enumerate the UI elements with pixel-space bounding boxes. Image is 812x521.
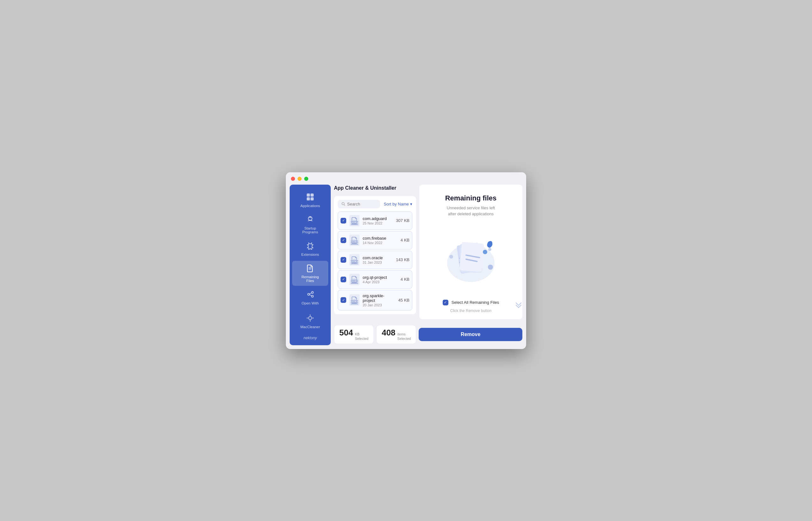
file-item[interactable]: ✓ com.adguard 25 Nov 2022 307 KB <box>338 211 412 230</box>
file-size: 307 KB <box>396 218 409 223</box>
file-item[interactable]: ✓ com.firebase 14 Nov 2022 4 KB <box>338 231 412 249</box>
svg-point-8 <box>312 292 313 293</box>
search-input-wrap[interactable] <box>338 200 380 208</box>
size-number: 504 <box>339 328 353 338</box>
svg-point-7 <box>308 293 310 295</box>
svg-line-11 <box>310 295 312 296</box>
file-item[interactable]: ✓ org.sparkle-project 20 Jan 2023 45 KB <box>338 290 412 311</box>
file-info: com.oracle 31 Jan 2023 <box>363 255 393 264</box>
svg-point-46 <box>488 265 493 270</box>
file-icon <box>349 215 360 226</box>
svg-line-10 <box>310 293 312 294</box>
file-name: com.firebase <box>363 236 398 241</box>
file-name: org.qt-project <box>363 275 398 280</box>
file-size: 4 KB <box>401 277 409 282</box>
items-label: items Selected <box>398 332 411 341</box>
sort-button[interactable]: Sort by Name ▾ <box>384 202 412 206</box>
minimize-button[interactable] <box>297 177 302 181</box>
sidebar-item-label: Remaining Files <box>302 275 319 282</box>
title-bar <box>286 172 526 181</box>
size-label: KB Selected <box>355 332 368 341</box>
close-button[interactable] <box>291 177 295 181</box>
select-all-row: ✓ Select All Remaining Files <box>426 300 516 305</box>
startup-icon <box>306 215 314 225</box>
select-all-label: Select All Remaining Files <box>452 300 499 305</box>
select-all-checkbox[interactable]: ✓ <box>443 300 448 305</box>
file-info: com.firebase 14 Nov 2022 <box>363 236 398 245</box>
file-info: org.qt-project 4 Apr 2023 <box>363 275 398 284</box>
svg-point-44 <box>449 255 453 258</box>
svg-point-12 <box>309 316 312 320</box>
file-list: ✓ com.adguard 25 Nov 2022 307 KB ✓ <box>338 211 412 311</box>
app-title: App Cleaner & Uninstaller <box>334 185 416 193</box>
items-badge: 408 items Selected <box>376 325 416 344</box>
items-number: 408 <box>382 328 395 338</box>
illustration <box>439 233 502 284</box>
search-input[interactable] <box>347 202 376 206</box>
file-item[interactable]: ✓ org.qt-project 4 Apr 2023 4 KB <box>338 270 412 289</box>
sidebar-item-maccleaner[interactable]: MacCleaner <box>292 311 328 332</box>
svg-rect-1 <box>311 194 314 197</box>
file-item[interactable]: ✓ com.oracle 31 Jan 2023 143 KB <box>338 251 412 269</box>
svg-line-18 <box>344 205 345 205</box>
maximize-button[interactable] <box>304 177 308 181</box>
file-name: com.adguard <box>363 216 393 221</box>
file-size: 45 KB <box>399 298 409 302</box>
detail-panel: Remaining files Unneeded service files l… <box>419 185 522 319</box>
file-icon <box>349 254 360 266</box>
svg-point-45 <box>488 248 491 251</box>
sidebar-item-label: Open With <box>302 301 319 305</box>
svg-rect-0 <box>307 194 310 197</box>
file-date: 14 Nov 2022 <box>363 241 398 245</box>
detail-top: Remaining files Unneeded service files l… <box>445 194 497 217</box>
file-checkbox[interactable]: ✓ <box>341 237 346 243</box>
file-icon <box>349 294 360 306</box>
search-icon <box>341 202 345 206</box>
svg-rect-41 <box>459 242 484 272</box>
file-icon <box>349 274 360 285</box>
sidebar-item-label: Applications <box>300 204 320 208</box>
detail-title: Remaining files <box>445 194 497 202</box>
chevron-down-icon <box>515 302 522 310</box>
file-checkbox[interactable]: ✓ <box>341 277 346 282</box>
sidebar: Applications Startup Programs <box>290 185 331 345</box>
app-window: Applications Startup Programs <box>286 172 526 349</box>
file-checkbox[interactable]: ✓ <box>341 218 346 224</box>
search-bar: Sort by Name ▾ <box>338 200 412 208</box>
extensions-icon <box>306 242 314 251</box>
file-name: org.sparkle-project <box>363 293 395 303</box>
sidebar-item-label: MacCleaner <box>300 325 320 329</box>
remove-button[interactable]: Remove <box>419 328 522 341</box>
chevron-icon: ▾ <box>410 202 412 206</box>
sidebar-item-applications[interactable]: Applications <box>292 190 328 211</box>
sidebar-item-label: Extensions <box>301 253 319 256</box>
sidebar-item-open-with[interactable]: Open With <box>292 287 328 308</box>
detail-bottom: ✓ Select All Remaining Files Click the R… <box>426 300 516 313</box>
svg-point-47 <box>483 250 487 254</box>
file-checkbox[interactable]: ✓ <box>341 257 346 263</box>
file-date: 20 Jan 2023 <box>363 303 395 307</box>
svg-point-9 <box>312 295 313 297</box>
file-info: org.sparkle-project 20 Jan 2023 <box>363 293 395 307</box>
bottom-bar: 504 KB Selected 408 items Selected Remov… <box>334 322 522 345</box>
file-icon <box>349 234 360 246</box>
file-date: 4 Apr 2023 <box>363 280 398 284</box>
svg-rect-2 <box>307 197 310 200</box>
size-badge: 504 KB Selected <box>334 325 374 344</box>
sidebar-item-label: Startup Programs <box>302 226 318 234</box>
detail-subtitle: Unneeded service files left after delete… <box>445 205 497 217</box>
file-checkbox[interactable]: ✓ <box>341 297 346 303</box>
remove-hint: Click the Remove button <box>426 309 516 313</box>
sidebar-item-extensions[interactable]: Extensions <box>292 239 328 259</box>
sidebar-item-remaining-files[interactable]: Remaining Files <box>292 261 328 286</box>
applications-icon <box>306 193 314 202</box>
file-size: 143 KB <box>396 257 409 262</box>
file-date: 31 Jan 2023 <box>363 260 393 264</box>
sidebar-item-startup-programs[interactable]: Startup Programs <box>292 212 328 237</box>
file-list-panel: Sort by Name ▾ ✓ <box>334 196 416 314</box>
file-name: com.oracle <box>363 255 393 260</box>
file-date: 25 Nov 2022 <box>363 221 393 225</box>
remaining-files-icon <box>306 264 314 273</box>
open-with-icon <box>306 290 314 300</box>
file-info: com.adguard 25 Nov 2022 <box>363 216 393 225</box>
